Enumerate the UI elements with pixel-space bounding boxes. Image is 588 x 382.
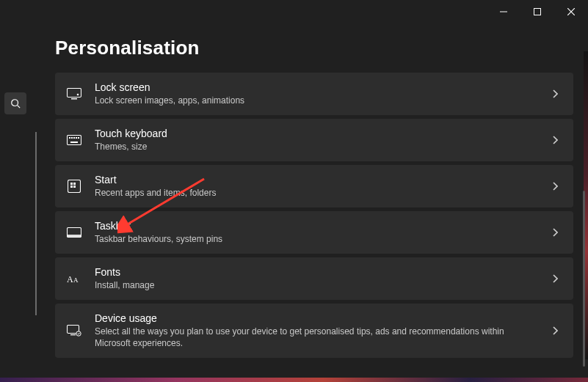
chevron-right-icon [548,180,562,193]
card-desc: Select all the ways you plan to use your… [95,326,537,349]
fonts-card[interactable]: AA Fonts Install, manage [55,257,573,300]
start-card[interactable]: Start Recent apps and items, folders [55,165,573,207]
svg-text:A: A [73,276,79,284]
svg-rect-7 [71,137,73,139]
minimize-icon [500,8,507,15]
close-icon [567,8,575,15]
lock-screen-card[interactable]: Lock screen Lock screen images, apps, an… [55,73,573,115]
window-bottom-edge-glow [0,378,588,382]
start-icon [65,177,83,195]
svg-rect-22 [70,334,76,335]
main-content: Personalisation Lock screen Lock screen … [55,37,573,373]
maximize-button[interactable] [520,0,554,23]
card-desc: Lock screen images, apps, animations [95,95,537,107]
card-text: Fonts Install, manage [95,266,537,291]
svg-rect-5 [68,136,81,145]
svg-rect-13 [70,183,73,185]
minimize-button[interactable] [487,0,520,23]
card-title: Start [95,174,537,187]
touch-keyboard-card[interactable]: Touch keyboard Themes, size [55,119,573,161]
svg-rect-18 [68,235,81,238]
vertical-scrollbar[interactable] [583,191,585,367]
card-title: Device usage [95,312,537,326]
svg-rect-15 [70,186,73,188]
svg-rect-8 [73,137,75,139]
svg-rect-0 [534,9,541,15]
left-sidebar [0,0,29,382]
chevron-right-icon [548,133,562,147]
lock-screen-icon [65,85,83,103]
chevron-right-icon [548,226,562,239]
chevron-right-icon [548,272,562,285]
svg-rect-9 [76,137,77,139]
card-text: Start Recent apps and items, folders [95,174,537,199]
card-desc: Taskbar behaviours, system pins [95,234,537,246]
device-usage-card[interactable]: Device usage Select all the ways you pla… [55,304,573,358]
card-text: Lock screen Lock screen images, apps, an… [95,81,537,106]
card-title: Taskbar [95,220,537,233]
card-text: Device usage Select all the ways you pla… [95,312,537,349]
card-text: Touch keyboard Themes, size [95,128,537,153]
page-title: Personalisation [55,37,573,59]
taskbar-icon [65,224,83,241]
svg-rect-10 [78,137,79,139]
maximize-icon [534,8,541,15]
svg-rect-16 [73,186,76,188]
svg-rect-3 [71,98,77,100]
card-title: Touch keyboard [95,128,537,141]
card-title: Lock screen [95,81,537,95]
card-text: Taskbar Taskbar behaviours, system pins [95,220,537,245]
taskbar-card[interactable]: Taskbar Taskbar behaviours, system pins [55,211,573,254]
svg-rect-2 [68,89,81,98]
settings-list: Lock screen Lock screen images, apps, an… [55,73,573,358]
card-desc: Recent apps and items, folders [95,188,537,199]
chevron-right-icon [548,87,562,100]
search-button[interactable] [4,92,26,114]
window-titlebar [487,0,588,23]
svg-rect-6 [69,137,70,139]
device-usage-icon [65,322,83,339]
svg-point-1 [12,100,18,106]
nav-indicator-line [35,132,37,315]
close-button[interactable] [554,0,588,23]
svg-text:A: A [67,274,73,284]
card-desc: Themes, size [95,142,537,153]
search-icon [10,98,21,109]
svg-point-4 [77,94,79,96]
card-desc: Install, manage [95,280,537,292]
svg-rect-14 [73,183,76,185]
svg-rect-11 [70,142,78,143]
keyboard-icon [65,131,83,149]
chevron-right-icon [548,324,562,337]
card-title: Fonts [95,266,537,279]
fonts-icon: AA [65,270,83,287]
